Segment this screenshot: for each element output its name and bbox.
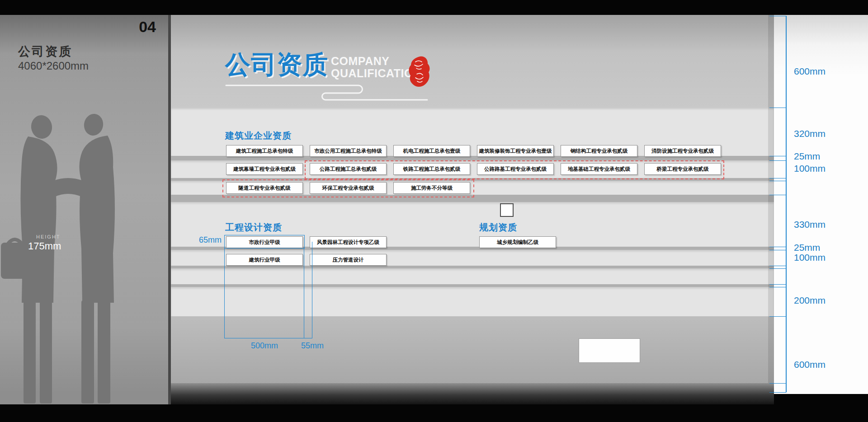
people-silhouette (0, 113, 140, 404)
dimension-tick (769, 247, 786, 247)
qualification-badge: 建筑幕墙工程专业承包贰级 (226, 163, 303, 175)
dim-right-320: 320mm (794, 128, 826, 139)
dimension-tick (769, 16, 786, 16)
dim-right-100a: 100mm (794, 163, 826, 174)
dim-right-200: 200mm (794, 295, 826, 306)
dimension-tick (769, 160, 786, 161)
dimension-tick (769, 195, 786, 195)
section-title-construction: 建筑业企业资质 (225, 130, 292, 142)
qualification-badge: 市政公用工程施工总承包特级 (310, 145, 387, 157)
qualification-badge: 建筑工程施工总承包特级 (226, 145, 303, 157)
dimension-tick (769, 108, 786, 108)
qualification-badge: 消防设施工程专业承包贰级 (644, 145, 721, 157)
qualification-badge: 压力管道设计 (310, 254, 387, 266)
measure-line (224, 338, 312, 338)
measure-line (312, 242, 312, 338)
wall-panel (171, 268, 774, 284)
highlight-dashed-box-row2 (305, 160, 724, 179)
design-sheet: 04 公司资质 4060*2600mm HEIGHT 175mm (0, 0, 868, 422)
wall-title-cn: 公司资质 (225, 51, 328, 79)
qualification-badge: 机电工程施工总承包壹级 (393, 145, 470, 157)
page-number: 04 (108, 18, 156, 36)
dim-right-25b: 25mm (794, 242, 820, 253)
dimension-tick (769, 156, 786, 156)
dimension-tick (769, 284, 786, 285)
dim-right-600a: 600mm (794, 66, 826, 77)
panel-title: 公司资质 (18, 43, 72, 60)
dim-badge-gap: 55mm (295, 341, 330, 351)
dimension-baseline (786, 16, 787, 392)
floor-shadow (171, 383, 774, 404)
height-label: HEIGHT (36, 234, 61, 239)
bottom-black-bar (0, 404, 868, 422)
dim-right-100b: 100mm (794, 252, 826, 263)
wall-side-edge (768, 15, 774, 383)
qualification-badge: 风景园林工程设计专项乙级 (310, 236, 387, 248)
section-title-design: 工程设计资质 (225, 221, 282, 234)
badge-row-planning-1: 城乡规划编制乙级 (479, 236, 556, 248)
dim-right-330: 330mm (794, 219, 826, 230)
blank-plaque (579, 338, 640, 363)
dimension-tick (769, 268, 786, 269)
measure-line (224, 248, 225, 338)
dim-badge-height: 65mm (189, 235, 222, 245)
dim-right-600b: 600mm (794, 359, 826, 370)
dimension-tick (769, 181, 786, 181)
section-title-planning: 规划资质 (479, 221, 517, 234)
measure-badge-outline (224, 235, 305, 249)
badge-row-design-2: 建筑行业甲级压力管道设计 (226, 254, 387, 266)
qualification-badge: 钢结构工程专业承包贰级 (561, 145, 637, 157)
measure-line (304, 248, 304, 338)
qualification-badge: 建筑装修装饰工程专业承包壹级 (477, 145, 554, 157)
dimension-tick (769, 250, 786, 250)
top-black-bar (0, 0, 868, 15)
badge-row-construction-1: 建筑工程施工总承包特级市政公用工程施工总承包特级机电工程施工总承包壹级建筑装修装… (226, 145, 721, 157)
dim-right-25a: 25mm (794, 151, 820, 162)
sample-square (500, 203, 514, 217)
dimension-tick (769, 178, 786, 178)
dimension-tick (769, 266, 786, 266)
panel-size-label: 4060*2600mm (18, 60, 89, 72)
height-value: 175mm (28, 240, 61, 252)
qualification-badge: 建筑行业甲级 (226, 254, 303, 266)
dim-badge-width: 500mm (244, 341, 285, 351)
dimension-tick (769, 316, 786, 317)
qualification-badge: 城乡规划编制乙级 (479, 236, 556, 248)
highlight-dashed-box-row3 (222, 179, 474, 197)
dimension-tick (769, 287, 786, 287)
decorative-line (225, 82, 429, 102)
dimension-tick (769, 383, 786, 384)
dimension-tick (769, 392, 786, 393)
wall-panel (171, 287, 774, 316)
